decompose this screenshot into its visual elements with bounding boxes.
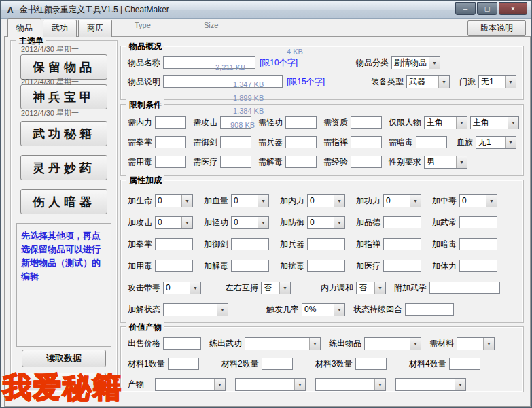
attr-bonus-input[interactable]: [383, 216, 421, 228]
material-count-input[interactable]: [262, 358, 293, 370]
sidebar: 主选单 保留物品 神兵宝甲 武功秘籍 灵丹妙药 伤人暗器 先选择其他项，再点选保…: [10, 40, 118, 392]
app-icon[interactable]: Λ: [5, 4, 16, 15]
trigger-chance-select[interactable]: 0%▼: [302, 303, 345, 316]
requirement-input[interactable]: [351, 116, 382, 129]
requirement-input[interactable]: [155, 116, 186, 129]
requirement-input[interactable]: [285, 136, 317, 148]
selected-value: 无1: [479, 76, 505, 88]
product-select-3[interactable]: ▼: [315, 378, 386, 391]
sidebar-button-martial-manuals[interactable]: 武功秘籍: [20, 121, 107, 146]
requirement-input[interactable]: [155, 136, 186, 148]
equip-type-select[interactable]: 武器 ▼: [406, 75, 450, 88]
material-select[interactable]: ▼: [457, 337, 495, 350]
gender-req-select[interactable]: 男 ▼: [424, 156, 467, 169]
selected-value: 男: [425, 156, 456, 168]
attr-bonus-input[interactable]: [459, 216, 497, 228]
requirement-input[interactable]: [416, 136, 447, 148]
product-select-2[interactable]: ▼: [235, 378, 306, 391]
extra-skill-input[interactable]: [429, 282, 500, 294]
tab-strip: 物品 武功 商店: [7, 22, 113, 37]
close-button[interactable]: ✕: [499, 2, 527, 15]
requirement-input[interactable]: [220, 156, 251, 168]
attr-bonus-input[interactable]: [231, 260, 269, 272]
tab-shop[interactable]: 商店: [78, 20, 112, 37]
product-select-1[interactable]: ▼: [155, 378, 226, 391]
req-label: 需用毒: [128, 156, 152, 168]
blood-clan-select[interactable]: 无1 ▼: [476, 136, 516, 149]
chevron-down-icon: ▼: [483, 338, 494, 350]
group-limit-conditions: 限制条件 需内力 需攻击 需轻功 需资质 仅限人物 主角 ▼ 主角 ▼ 需拳掌 …: [120, 104, 524, 176]
attr-bonus-input[interactable]: [383, 238, 421, 250]
ambidexterity-select[interactable]: 否▼: [261, 282, 291, 294]
inner-harmony-select[interactable]: 否▼: [356, 282, 386, 294]
version-notes-button[interactable]: 版本说明: [467, 20, 526, 36]
attr-bonus-select[interactable]: 0▼: [155, 216, 193, 229]
attr-label: 加品德: [356, 217, 380, 228]
tab-martial-arts[interactable]: 武功: [43, 20, 77, 37]
attr-bonus-input[interactable]: [459, 260, 497, 272]
req-label: 需御剑: [193, 137, 217, 148]
material-count-input[interactable]: [355, 358, 387, 370]
attr-bonus-input[interactable]: [307, 238, 345, 250]
attr-label: 加兵器: [280, 239, 304, 250]
product-select-4[interactable]: ▼: [395, 378, 466, 391]
requirement-input[interactable]: [351, 156, 382, 168]
attr-bonus-input[interactable]: [155, 238, 193, 250]
attr-bonus-input[interactable]: [383, 260, 421, 272]
attr-label: 加体力: [432, 260, 457, 272]
attr-bonus-input[interactable]: [307, 260, 345, 272]
sidebar-button-elixirs[interactable]: 灵丹妙药: [20, 155, 107, 180]
attr-bonus-select[interactable]: 0▼: [155, 194, 193, 207]
status-duration-input[interactable]: [405, 303, 454, 316]
selected-value: 无1: [476, 137, 505, 148]
poison-attack-select[interactable]: 0▼: [163, 282, 201, 294]
requirement-input[interactable]: [351, 136, 382, 148]
attr-bonus-input[interactable]: [459, 238, 497, 250]
tab-items[interactable]: 物品: [7, 18, 41, 37]
person-limit-select-1[interactable]: 主角 ▼: [424, 116, 467, 129]
requirement-input[interactable]: [220, 116, 251, 129]
sell-price-input[interactable]: [163, 337, 201, 350]
selected-value: 0: [232, 196, 258, 205]
group-attribute-bonuses: 属性加成 加生命0▼ 加血量0▼ 加内力0▼ 加功力0▼ 加中毒0▼ 加攻击0▼…: [120, 180, 524, 323]
sidebar-button-hidden-weapons[interactable]: 伤人暗器: [20, 189, 107, 214]
selected-value: 0: [232, 218, 258, 227]
requirement-input[interactable]: [155, 156, 186, 168]
minimize-button[interactable]: ─: [455, 2, 476, 15]
sidebar-button-divine-gear[interactable]: 神兵宝甲: [20, 84, 107, 109]
attr-bonus-select[interactable]: 0▼: [307, 194, 345, 207]
maximize-button[interactable]: ▢: [477, 2, 497, 15]
item-desc-limit-note: [限15个字]: [287, 76, 325, 88]
req-label: 需指禅: [323, 137, 348, 148]
status-effect-select[interactable]: ▼: [163, 303, 228, 316]
attr-bonus-select[interactable]: 0▼: [231, 194, 269, 207]
attr-bonus-input[interactable]: [155, 260, 193, 272]
chevron-down-icon: ▼: [505, 137, 516, 148]
sidebar-button-keep-items[interactable]: 保留物品: [20, 54, 107, 80]
material-count-input[interactable]: [449, 358, 480, 370]
selected-value: 0: [156, 196, 181, 205]
item-desc-input[interactable]: [163, 75, 283, 88]
item-name-input[interactable]: [163, 56, 255, 69]
attr-bonus-select[interactable]: 0▼: [459, 194, 497, 207]
person-limit-select-2[interactable]: 主角 ▼: [470, 116, 519, 129]
title-bar: Λ 金书红颜录重定义工具V1.5 | CheatMaker ─ ▢ ✕: [1, 1, 531, 19]
sect-select[interactable]: 无1 ▼: [478, 75, 516, 88]
item-category-select[interactable]: 剧情物品 ▼: [391, 56, 440, 69]
material-count-input[interactable]: [168, 358, 199, 370]
read-data-button[interactable]: 读取数据: [22, 350, 106, 367]
attr-bonus-select[interactable]: 0▼: [307, 216, 345, 229]
trained-item-select[interactable]: ▼: [364, 337, 421, 350]
selected-value: 0: [384, 196, 410, 205]
requirement-input[interactable]: [220, 136, 251, 148]
sidebar-bottom-button[interactable]: [22, 373, 106, 390]
requirement-input[interactable]: [285, 156, 317, 168]
selected-value: 主角: [425, 117, 456, 129]
selected-value: 0: [164, 283, 190, 292]
selected-value: 0%: [302, 305, 334, 314]
attr-bonus-input[interactable]: [231, 238, 269, 250]
requirement-input[interactable]: [285, 116, 317, 129]
trained-skill-select[interactable]: ▼: [245, 337, 321, 350]
attr-bonus-select[interactable]: 0▼: [383, 194, 421, 207]
attr-bonus-select[interactable]: 0▼: [231, 216, 269, 229]
